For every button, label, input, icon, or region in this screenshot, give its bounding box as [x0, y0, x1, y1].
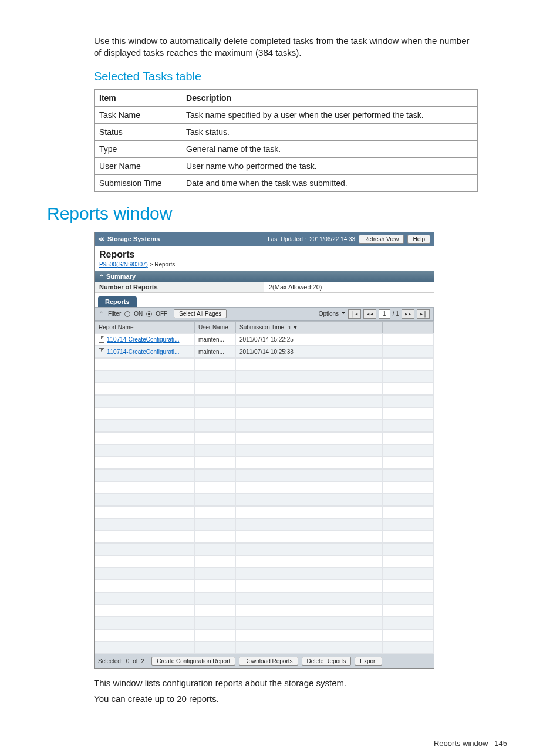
- grid-cell: [382, 543, 434, 555]
- table-row: Task NameTask name specified by a user w…: [95, 106, 478, 123]
- grid-cell: [382, 617, 434, 629]
- breadcrumb-sep: >: [150, 261, 153, 268]
- refresh-view-button[interactable]: Refresh View: [359, 235, 404, 244]
- cell-desc: General name of the task.: [181, 140, 478, 157]
- options-dropdown[interactable]: Options: [319, 310, 346, 317]
- cell-desc: Task name specified by a user when the u…: [181, 106, 478, 123]
- select-all-pages-button[interactable]: Select All Pages: [174, 309, 227, 318]
- grid-cell: [235, 358, 382, 370]
- grid-cell: [235, 642, 382, 654]
- grid-cell: [194, 518, 235, 531]
- cell-item: Status: [95, 123, 181, 140]
- grid-cell: [194, 629, 235, 642]
- summary-header[interactable]: Summary: [95, 271, 434, 282]
- grid-cell: [194, 432, 235, 444]
- grid-cell: [382, 469, 434, 481]
- grid-cell: [235, 383, 382, 395]
- grid-cell: [235, 457, 382, 469]
- grid-cell[interactable]: 110714-CreateConfigurati...: [95, 346, 194, 358]
- grid-cell[interactable]: 110714-CreateConfigurati...: [95, 333, 194, 346]
- grid-cell: [194, 358, 235, 370]
- collapse-filter-icon[interactable]: [99, 310, 106, 317]
- grid-cell: [95, 543, 194, 555]
- grid-cell: [235, 420, 382, 432]
- chevron-down-icon: [341, 312, 346, 316]
- selected-tasks-table: Item Description Task NameTask name spec…: [94, 89, 478, 192]
- help-button[interactable]: Help: [407, 235, 430, 244]
- grid-cell: [382, 518, 434, 531]
- grid-cell: [95, 580, 194, 592]
- grid-cell: [235, 592, 382, 605]
- table-row: TypeGeneral name of the task.: [95, 140, 478, 157]
- grid-cell: [95, 642, 194, 654]
- cell-item: User Name: [95, 157, 181, 174]
- cell-desc: Date and time when the task was submitte…: [181, 174, 478, 191]
- grid-cell: [194, 580, 235, 592]
- grid-cell: [382, 642, 434, 654]
- page-first-button[interactable]: |◂: [348, 309, 361, 319]
- grid-cell: [235, 555, 382, 568]
- cell-desc: Task status.: [181, 123, 478, 140]
- grid-cell: [194, 617, 235, 629]
- col-header-desc: Description: [181, 89, 478, 106]
- create-config-report-button[interactable]: Create Configuration Report: [151, 657, 235, 666]
- document-icon: [99, 348, 104, 355]
- page-next-button[interactable]: ▸▸: [402, 309, 414, 319]
- grid-cell: [95, 407, 194, 420]
- filter-off-radio[interactable]: [146, 311, 152, 317]
- grid-cell: [95, 469, 194, 481]
- grid-cell: [382, 346, 434, 358]
- grid-cell: [235, 506, 382, 518]
- grid-cell: [194, 543, 235, 555]
- desc-line-2: You can create up to 20 reports.: [94, 694, 478, 704]
- grid-cell: [95, 370, 194, 383]
- grid-cell: [95, 531, 194, 543]
- desc-line-1: This window lists configuration reports …: [94, 678, 478, 688]
- selected-label: Selected:: [98, 658, 123, 664]
- grid-cell: [95, 395, 194, 407]
- report-link[interactable]: 110714-CreateConfigurati...: [107, 336, 179, 343]
- top-bar: Storage Systems Last Updated : 2011/06/2…: [95, 232, 434, 246]
- grid-cell: [95, 518, 194, 531]
- table-row: User NameUser name who performed the tas…: [95, 157, 478, 174]
- document-icon: [99, 336, 104, 343]
- grid-cell: [95, 629, 194, 642]
- col-submission-time[interactable]: Submission Time 1 ▼: [235, 321, 382, 333]
- grid-cell: [382, 444, 434, 457]
- col-report-name[interactable]: Report Name: [95, 321, 194, 333]
- filter-label: Filter: [108, 310, 121, 317]
- grid-cell: mainten...: [194, 333, 235, 346]
- delete-reports-button[interactable]: Delete Reports: [302, 657, 352, 666]
- tab-reports[interactable]: Reports: [98, 296, 137, 307]
- grid-cell: [382, 605, 434, 617]
- filter-off-label: OFF: [156, 310, 167, 317]
- grid-cell: [382, 506, 434, 518]
- report-link[interactable]: 110714-CreateConfigurati...: [107, 349, 179, 355]
- breadcrumb-link[interactable]: P9500(S/N:90307): [99, 261, 148, 268]
- breadcrumb: P9500(S/N:90307) > Reports: [95, 260, 434, 271]
- reports-window-heading: Reports window: [47, 204, 525, 224]
- grid-cell: [235, 432, 382, 444]
- page-last-button[interactable]: ▸|: [417, 309, 430, 319]
- grid-cell: [194, 605, 235, 617]
- cell-desc: User name who performed the task.: [181, 157, 478, 174]
- export-button[interactable]: Export: [355, 657, 382, 666]
- page-prev-button[interactable]: ◂◂: [363, 309, 376, 319]
- grid-cell: [194, 481, 235, 494]
- grid-cell: [382, 457, 434, 469]
- table-row: Submission TimeDate and time when the ta…: [95, 174, 478, 191]
- page-title: Reports: [99, 249, 429, 260]
- filter-on-radio[interactable]: [124, 311, 130, 317]
- grid-cell: [95, 481, 194, 494]
- grid-cell: [382, 383, 434, 395]
- storage-systems-back[interactable]: Storage Systems: [98, 235, 160, 243]
- col-user-name[interactable]: User Name: [194, 321, 235, 333]
- grid-cell: [194, 494, 235, 506]
- grid-cell: [95, 432, 194, 444]
- of-label: of: [133, 658, 137, 664]
- download-reports-button[interactable]: Download Reports: [239, 657, 298, 666]
- grid-cell: [95, 605, 194, 617]
- grid-cell: [235, 494, 382, 506]
- page-current-input[interactable]: 1: [379, 309, 390, 319]
- grid-cell: [382, 629, 434, 642]
